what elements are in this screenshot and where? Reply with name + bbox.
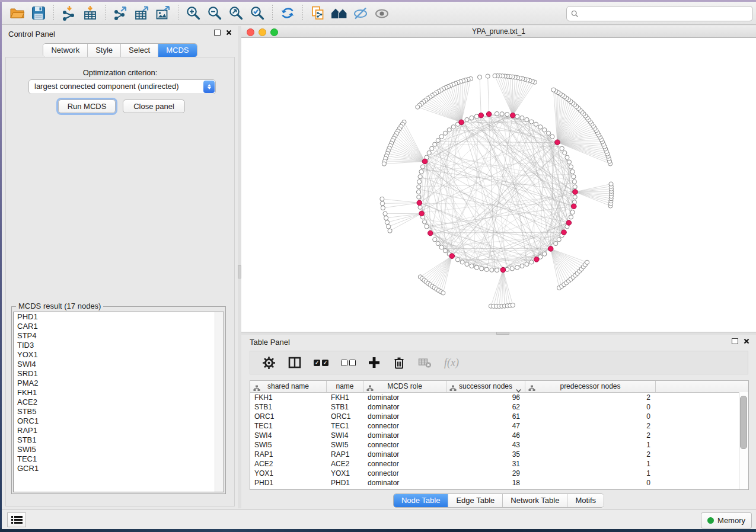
table-row[interactable]: ORC1ORC1dominator610: [250, 412, 748, 421]
mcds-result-item[interactable]: STB1: [14, 435, 224, 445]
network-node[interactable]: [417, 195, 421, 199]
mcds-result-item[interactable]: GCR1: [14, 464, 224, 473]
export-table-icon[interactable]: [131, 4, 152, 22]
mcds-result-item[interactable]: RAP1: [14, 426, 224, 435]
table-row[interactable]: ACE2ACE2connector311: [250, 459, 748, 469]
network-node[interactable]: [417, 185, 421, 189]
network-node[interactable]: [382, 162, 386, 166]
mcds-result-item[interactable]: YOX1: [14, 350, 224, 360]
network-node[interactable]: [443, 249, 447, 253]
network-node[interactable]: [388, 229, 392, 233]
mcds-hub-node[interactable]: [562, 230, 567, 235]
network-node[interactable]: [430, 146, 434, 150]
node-table[interactable]: shared namenameMCDS rolesuccessor nodesp…: [250, 380, 749, 490]
delete-column-icon[interactable]: [393, 356, 406, 370]
mcds-result-item[interactable]: FKH1: [14, 388, 224, 398]
mcds-hub-node[interactable]: [419, 211, 425, 216]
network-node[interactable]: [495, 268, 499, 272]
import-network-icon[interactable]: [58, 4, 79, 22]
network-node[interactable]: [567, 160, 571, 164]
mcds-result-item[interactable]: ORC1: [14, 416, 224, 426]
network-node[interactable]: [529, 260, 534, 264]
tab-style[interactable]: Style: [88, 44, 121, 57]
first-neighbors-icon[interactable]: [328, 4, 350, 22]
tab-edge-table[interactable]: Edge Table: [448, 494, 503, 507]
close-panel-icon[interactable]: [744, 338, 749, 344]
float-panel-icon[interactable]: [214, 30, 221, 36]
network-node[interactable]: [546, 131, 550, 135]
mcds-list-scrollbar[interactable]: [215, 312, 224, 492]
mcds-result-item[interactable]: SWI4: [14, 360, 224, 369]
network-node[interactable]: [416, 105, 420, 109]
network-node[interactable]: [554, 241, 558, 245]
network-node[interactable]: [484, 267, 489, 271]
network-node[interactable]: [416, 190, 420, 194]
show-graphics-details-icon[interactable]: [371, 4, 393, 22]
mcds-hub-node[interactable]: [422, 159, 428, 164]
save-session-icon[interactable]: [28, 4, 49, 22]
network-node[interactable]: [441, 291, 445, 295]
tab-network-table[interactable]: Network Table: [503, 494, 567, 507]
network-node[interactable]: [534, 122, 538, 126]
network-node[interactable]: [436, 138, 440, 142]
table-row[interactable]: PHD1PHD1dominator180: [250, 478, 748, 488]
mcds-hub-node[interactable]: [428, 230, 433, 236]
network-node[interactable]: [425, 225, 429, 229]
network-node[interactable]: [420, 165, 425, 169]
network-node[interactable]: [572, 175, 576, 179]
network-node[interactable]: [486, 74, 490, 78]
table-row[interactable]: STB1STB1dominator620: [250, 402, 748, 412]
network-node[interactable]: [385, 220, 389, 225]
network-node[interactable]: [572, 180, 576, 184]
network-node[interactable]: [418, 175, 422, 179]
tab-network[interactable]: Network: [43, 44, 88, 57]
table-row[interactable]: FKH1FKH1dominator962: [250, 393, 748, 402]
scrollbar-thumb[interactable]: [740, 396, 747, 449]
network-node[interactable]: [565, 155, 569, 159]
network-node[interactable]: [557, 238, 561, 242]
network-node[interactable]: [510, 267, 514, 271]
network-node[interactable]: [477, 75, 481, 79]
import-table-icon[interactable]: [79, 4, 101, 22]
column-header-MCDS-role[interactable]: MCDS role: [363, 381, 446, 392]
network-node[interactable]: [570, 169, 575, 174]
float-panel-icon[interactable]: [732, 338, 738, 344]
network-node[interactable]: [439, 245, 444, 249]
search-input[interactable]: [582, 9, 752, 18]
mcds-hub-node[interactable]: [555, 140, 560, 145]
network-node[interactable]: [433, 238, 437, 242]
deselect-all-rows-icon[interactable]: [341, 360, 356, 366]
table-row[interactable]: YOX1YOX1connector291: [250, 469, 748, 478]
network-node[interactable]: [609, 182, 613, 186]
optimization-criterion-dropdown[interactable]: largest connected component (undirected): [28, 79, 216, 94]
network-node[interactable]: [543, 252, 547, 256]
network-node[interactable]: [570, 210, 575, 214]
mcds-hub-node[interactable]: [571, 204, 576, 209]
mcds-result-item[interactable]: SWI5: [14, 445, 224, 454]
column-header-shared-name[interactable]: shared name: [250, 381, 327, 392]
table-row[interactable]: SWI5SWI5connector431: [250, 440, 748, 450]
hide-graphics-details-icon[interactable]: [350, 4, 371, 22]
run-mcds-button[interactable]: Run MCDS: [58, 100, 116, 113]
network-node[interactable]: [470, 116, 474, 120]
network-node[interactable]: [520, 116, 524, 120]
table-scrollbar[interactable]: [739, 392, 748, 489]
task-history-button[interactable]: [7, 512, 26, 527]
mcds-result-item[interactable]: ACE2: [14, 398, 224, 407]
mcds-hub-node[interactable]: [566, 220, 572, 226]
network-node[interactable]: [480, 267, 484, 271]
network-node[interactable]: [447, 128, 451, 132]
network-node[interactable]: [443, 131, 447, 135]
network-node[interactable]: [451, 125, 455, 129]
mcds-hub-node[interactable]: [449, 254, 455, 259]
table-row[interactable]: TEC1TEC1connector472: [250, 421, 748, 431]
network-node[interactable]: [381, 206, 385, 210]
network-node[interactable]: [465, 262, 469, 266]
column-header-predecessor-nodes[interactable]: predecessor nodes: [525, 381, 656, 392]
network-node[interactable]: [439, 134, 444, 139]
zoom-selected-icon[interactable]: [247, 4, 268, 22]
tab-mcds[interactable]: MCDS: [158, 44, 196, 57]
mcds-result-item[interactable]: STB5: [14, 407, 224, 416]
open-file-icon[interactable]: [7, 4, 28, 22]
mcds-hub-node[interactable]: [479, 113, 484, 118]
